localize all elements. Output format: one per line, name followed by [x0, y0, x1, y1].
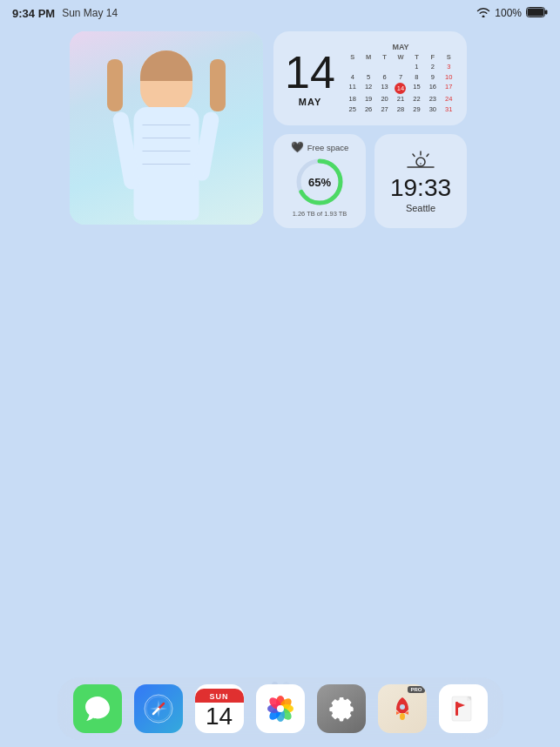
settings-gear-icon	[326, 693, 357, 724]
cal-day-21: 21	[393, 95, 408, 104]
storage-circle: 65%	[294, 157, 345, 207]
time-city: Seattle	[406, 203, 435, 213]
cal-date-section: 14 MAY	[284, 50, 336, 107]
cal-day-24: 24	[442, 95, 456, 104]
status-bar: 9:34 PM Sun May 14 100%	[0, 0, 560, 23]
photo-widget[interactable]	[70, 31, 263, 225]
cal-month-header: MAY	[345, 43, 456, 51]
cal-day-17: 17	[442, 83, 456, 94]
dock-app-rocketsim[interactable]: PRO	[378, 684, 427, 733]
cal-day-12: 12	[361, 83, 375, 94]
safari-icon	[143, 693, 174, 724]
bottom-row-widgets: 🖤 Free space 65% 1.26 TB of 1.93 TB	[273, 134, 467, 228]
cal-day-header-s2: S	[442, 53, 456, 61]
time-display: 19:33	[390, 176, 451, 200]
cal-day-header-m: M	[361, 53, 375, 61]
cal-day-25: 25	[345, 105, 360, 115]
cal-day-empty	[377, 63, 392, 72]
cal-day-empty	[393, 63, 408, 72]
cal-day-empty	[361, 63, 375, 72]
dock-app-messages[interactable]	[73, 684, 122, 733]
right-column: 14 MAY MAY S M T W T F S	[273, 31, 467, 228]
dock: SUN 14 PRO	[57, 677, 503, 740]
svg-point-25	[277, 705, 284, 712]
svg-rect-1	[545, 10, 548, 15]
cal-day-8: 8	[409, 73, 424, 83]
cal-day-header-f: F	[425, 53, 440, 61]
cal-day-4: 4	[345, 73, 360, 83]
svg-line-8	[413, 154, 415, 157]
dock-app-settings[interactable]	[317, 684, 366, 733]
cal-big-date: 14	[285, 50, 335, 95]
cal-day-15: 15	[409, 83, 424, 94]
battery-icon	[526, 5, 548, 21]
cal-day-2: 2	[425, 63, 440, 72]
cal-day-16: 16	[425, 83, 440, 94]
storage-label: Free space	[307, 143, 349, 152]
cal-day-headers: S M T W T F S	[345, 53, 456, 61]
dock-app-calendar[interactable]: SUN 14	[195, 684, 244, 733]
cal-day-20: 20	[377, 95, 392, 104]
storage-header: 🖤 Free space	[291, 141, 349, 153]
flag-icon	[448, 693, 479, 724]
svg-point-26	[400, 704, 405, 710]
cal-day-13: 13	[377, 83, 392, 94]
cal-day-6: 6	[377, 73, 392, 83]
sunrise-icon	[406, 150, 435, 174]
rocket-icon	[388, 694, 417, 723]
cal-day-9: 9	[425, 73, 440, 83]
svg-rect-2	[528, 9, 544, 17]
svg-point-27	[400, 713, 405, 720]
status-time: 9:34 PM	[12, 7, 55, 20]
cal-day-30: 30	[425, 105, 440, 115]
svg-rect-31	[455, 702, 458, 716]
dock-cal-day-label: SUN	[195, 689, 244, 703]
status-date: Sun May 14	[62, 7, 118, 19]
dock-app-photos[interactable]	[256, 684, 305, 733]
cal-day-header-t1: T	[377, 53, 392, 61]
dock-app-unfolder[interactable]	[439, 684, 488, 733]
status-icons: 100%	[476, 5, 548, 21]
cal-day-3: 3	[442, 63, 456, 72]
cal-day-26: 26	[361, 105, 375, 115]
cal-day-29: 29	[409, 105, 424, 115]
cal-grid-section: MAY S M T W T F S 1 2	[345, 43, 456, 114]
storage-percent: 65%	[308, 176, 331, 189]
storage-detail: 1.26 TB of 1.93 TB	[293, 210, 347, 218]
cal-day-empty	[345, 63, 360, 72]
cal-day-header-w: W	[393, 53, 408, 61]
cal-day-header-s1: S	[345, 53, 360, 61]
cal-day-header-t2: T	[409, 53, 424, 61]
pro-badge: PRO	[408, 686, 424, 693]
cal-day-31: 31	[442, 105, 456, 115]
time-widget[interactable]: 19:33 Seattle	[374, 134, 467, 228]
cal-day-1: 1	[409, 63, 424, 72]
dock-cal-date-num: 14	[206, 704, 233, 729]
dock-app-safari[interactable]	[134, 684, 183, 733]
cal-month: MAY	[299, 97, 321, 107]
cal-day-7: 7	[393, 73, 408, 83]
messages-icon	[83, 694, 112, 723]
calendar-widget[interactable]: 14 MAY MAY S M T W T F S	[273, 31, 467, 125]
cal-day-27: 27	[377, 105, 392, 115]
cal-day-28: 28	[393, 105, 408, 115]
cal-day-23: 23	[425, 95, 440, 104]
cal-day-19: 19	[361, 95, 375, 104]
widgets-area: 14 MAY MAY S M T W T F S	[70, 31, 467, 228]
wifi-icon	[476, 5, 490, 21]
cal-day-5: 5	[361, 73, 375, 83]
photos-icon	[263, 691, 298, 726]
battery-percent: 100%	[495, 7, 522, 19]
cal-day-22: 22	[409, 95, 424, 104]
cal-day-18: 18	[345, 95, 360, 104]
storage-widget[interactable]: 🖤 Free space 65% 1.26 TB of 1.93 TB	[273, 134, 366, 228]
cal-day-10: 10	[442, 73, 456, 83]
svg-line-9	[427, 154, 428, 157]
cal-days-grid: 1 2 3 4 5 6 7 8 9 10 11 12 13 14 15	[345, 63, 456, 114]
cal-day-14-today: 14	[395, 83, 406, 94]
server-icon: 🖤	[291, 141, 304, 153]
cal-day-11: 11	[345, 83, 360, 94]
